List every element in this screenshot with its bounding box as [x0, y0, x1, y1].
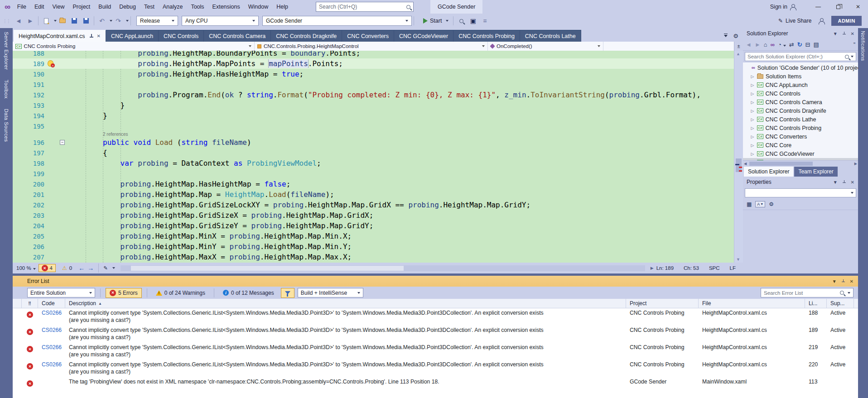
marker-dropdown-icon[interactable] [112, 267, 115, 269]
sign-in-button[interactable]: Sign in [770, 4, 796, 10]
tree-item-cnc-controls-lathe[interactable]: ▷C#CNC Controls Lathe [743, 115, 858, 124]
scroll-left-icon[interactable]: ◀ [744, 162, 747, 166]
tree-item-cnc-core[interactable]: ▷C#CNC Core [743, 141, 858, 149]
document-tab-cnc-controls[interactable]: CNC Controls [159, 30, 204, 42]
redo-dropdown-icon[interactable] [126, 20, 129, 22]
hscrollbar-thumb[interactable] [749, 162, 813, 166]
gutter-icon-margin[interactable] [46, 179, 58, 189]
solution-search-input[interactable] [747, 54, 845, 59]
refresh-icon[interactable]: ↻ [797, 41, 802, 48]
description-column-header[interactable]: Description▲ [65, 299, 626, 308]
menu-help[interactable]: Help [272, 0, 292, 14]
categorized-icon[interactable]: ▦ [747, 201, 752, 207]
side-tab-notifications[interactable]: Notifications [860, 31, 866, 61]
document-tab-cnc-controls-lathe[interactable]: CNC Controls Lathe [520, 30, 581, 42]
code-column-header[interactable]: Code [38, 299, 65, 308]
scope-dropdown[interactable]: Entire Solution [27, 288, 95, 297]
outline-margin[interactable] [58, 158, 68, 168]
global-search-box[interactable] [316, 2, 414, 12]
tree-item-cnc-controls-dragknife[interactable]: ▷C#CNC Controls Dragknife [743, 106, 858, 115]
find-in-files-icon[interactable] [455, 15, 467, 26]
outline-margin[interactable] [58, 200, 68, 210]
restore-button[interactable] [828, 0, 848, 14]
window-position-icon[interactable]: ▼ [832, 279, 837, 284]
outline-margin[interactable] [58, 58, 68, 69]
global-search-input[interactable] [319, 4, 406, 10]
code-line[interactable]: 196−public void Load (string fileName) [13, 137, 743, 148]
toolbar-overflow-icon[interactable]: ” [854, 41, 855, 48]
tree-item-cnc-controls-probing[interactable]: ▷C#CNC Controls Probing [743, 124, 858, 132]
file-column-header[interactable]: File [699, 299, 805, 308]
code-line[interactable]: 195 [13, 121, 743, 131]
error-search-input[interactable] [764, 290, 838, 296]
window-frame-icon[interactable]: ▣ [467, 15, 479, 26]
configuration-dropdown[interactable]: Release [136, 16, 178, 26]
outline-margin[interactable] [58, 189, 68, 200]
navigate-forward-icon[interactable]: ► [24, 15, 36, 26]
back-icon[interactable]: ◄ [746, 41, 752, 48]
search-options-icon[interactable] [851, 56, 854, 58]
gutter-icon-margin[interactable] [46, 158, 58, 168]
outline-margin[interactable] [58, 100, 68, 110]
navigate-back-icon[interactable]: ◄ [13, 15, 24, 26]
code-line[interactable]: 207probing.HeightMap.MaxX = probing.Heig… [13, 252, 743, 262]
filter-button[interactable] [281, 288, 294, 298]
solution-horizontal-scrollbar[interactable]: ◀ ▶ [743, 160, 858, 167]
document-tab-cnc-controls-dragknife[interactable]: CNC Controls Dragknife [271, 30, 342, 42]
outline-margin[interactable] [58, 179, 68, 189]
menu-tools[interactable]: Tools [187, 0, 208, 14]
gutter-icon-margin[interactable] [46, 137, 58, 148]
gutter-icon-margin[interactable] [46, 79, 58, 90]
gutter-icon-margin[interactable] [46, 241, 58, 252]
outline-margin[interactable] [58, 121, 68, 131]
menu-view[interactable]: View [48, 0, 69, 14]
gutter-icon-margin[interactable] [46, 58, 58, 69]
code-line[interactable]: 202probing.HeightMap.GridSizeLockXY = pr… [13, 200, 743, 210]
code-line[interactable]: 194} [13, 110, 743, 121]
pin-icon[interactable] [842, 32, 846, 36]
scroll-up-icon[interactable]: ▲ [736, 52, 740, 56]
menu-analyze[interactable]: Analyze [159, 0, 187, 14]
home-icon[interactable]: ⌂ [764, 41, 767, 48]
close-icon[interactable]: ✕ [97, 34, 101, 38]
code-line[interactable]: 198var probing = DataContext as ProbingV… [13, 158, 743, 168]
code-line[interactable]: 191 [13, 79, 743, 90]
document-tab-heightmapcontrol-xaml-cs[interactable]: HeightMapControl.xaml.cs✕ [14, 30, 106, 42]
warnings-filter-button[interactable]: 0 of 24 Warnings [152, 288, 209, 298]
wrench-icon[interactable]: ⚙ [769, 201, 774, 207]
menu-test[interactable]: Test [140, 0, 159, 14]
project-dropdown[interactable]: C# CNC Controls Probing [13, 42, 255, 51]
tab-solution-explorer[interactable]: Solution Explorer [744, 167, 793, 177]
messages-filter-button[interactable]: i 0 of 12 Messages [219, 288, 278, 298]
menu-edit[interactable]: Edit [30, 0, 48, 14]
code-line[interactable]: 189probing.HeightMap.MapPoints = mapPoin… [13, 58, 743, 69]
redo-icon[interactable]: ↷ [112, 15, 124, 26]
outline-margin[interactable] [58, 168, 68, 179]
errors-filter-button[interactable]: ✕ 5 Errors [106, 288, 142, 298]
pin-icon[interactable] [89, 34, 94, 38]
outline-margin[interactable] [58, 231, 68, 241]
forward-icon[interactable]: ► [755, 41, 761, 48]
search-options-icon[interactable] [848, 292, 850, 294]
expander-icon[interactable]: ▷ [750, 100, 755, 105]
code-line[interactable]: 199 [13, 168, 743, 179]
tree-item-cnc-applaunch[interactable]: ▷C#CNC AppLaunch [743, 81, 858, 89]
solution-search-box[interactable] [745, 52, 856, 61]
collapse-box-icon[interactable]: − [60, 140, 65, 145]
sync-with-active-document-icon[interactable]: ⇄ [789, 41, 794, 48]
hscrollbar-thumb[interactable] [131, 266, 404, 271]
gutter-icon-margin[interactable] [46, 121, 58, 131]
scroll-right-icon[interactable]: ▶ [651, 266, 654, 270]
new-project-icon[interactable] [40, 15, 52, 26]
codelens-references[interactable]: 2 references [103, 132, 128, 137]
pin-icon[interactable] [841, 279, 845, 283]
gutter-icon-margin[interactable] [46, 110, 58, 121]
gutter-icon-margin[interactable] [46, 221, 58, 231]
error-code-link[interactable]: CS0266 [38, 361, 65, 368]
outline-margin[interactable] [58, 221, 68, 231]
gutter-icon-margin[interactable] [46, 168, 58, 179]
document-tab-cnc-gcodeviewer[interactable]: CNC GCodeViewer [394, 30, 453, 42]
menu-project[interactable]: Project [68, 0, 94, 14]
gutter-icon-margin[interactable] [46, 69, 58, 79]
error-row[interactable]: ✕CS0266Cannot implicitly convert type 'S… [13, 343, 858, 360]
